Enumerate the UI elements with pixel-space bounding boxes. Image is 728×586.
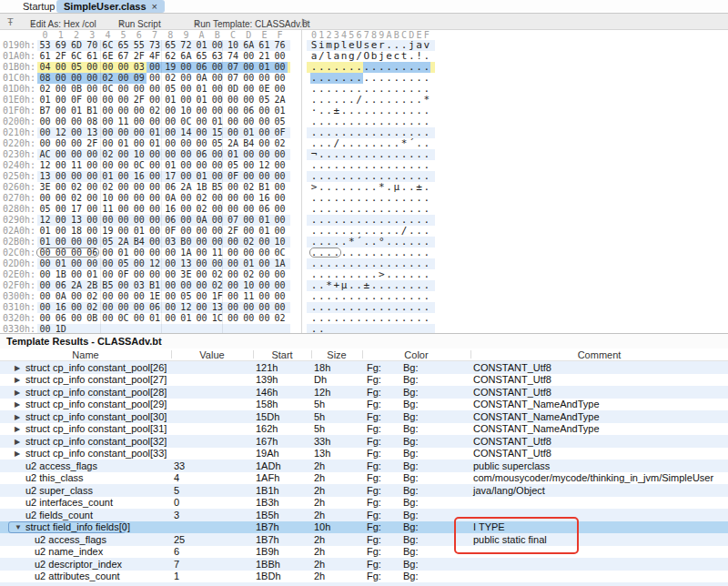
hex-byte[interactable]: 00 <box>225 193 240 204</box>
hex-byte[interactable]: 00 <box>53 182 68 193</box>
hex-byte[interactable]: 00 <box>178 280 194 291</box>
hex-byte[interactable]: 00 <box>131 248 147 258</box>
ascii-char[interactable]: . <box>393 127 400 138</box>
hex-byte[interactable]: 00 <box>241 62 257 73</box>
hex-byte[interactable]: 00 <box>194 138 209 149</box>
ascii-char[interactable]: . <box>423 149 430 160</box>
hex-byte[interactable]: 13 <box>68 215 84 226</box>
hex-byte[interactable]: 00 <box>37 313 53 324</box>
hex-byte[interactable]: 00 <box>194 237 209 248</box>
hex-byte[interactable]: 00 <box>53 171 68 182</box>
hex-byte[interactable]: 00 <box>37 138 53 149</box>
hex-byte[interactable]: 00 <box>147 193 162 204</box>
hex-byte[interactable]: 02 <box>241 269 257 280</box>
ascii-char[interactable]: . <box>340 116 348 127</box>
hex-byte[interactable]: 00 <box>241 215 257 226</box>
ascii-char[interactable]: . <box>310 215 318 226</box>
hex-row[interactable]: 01F0h:B70001B1000000020010000000060001·.… <box>0 106 728 116</box>
hex-byte[interactable]: 19 <box>163 62 178 73</box>
hex-byte[interactable]: 00 <box>37 193 53 204</box>
template-row[interactable]: ▶struct cp_info constant_pool[31]162h5hF… <box>0 423 728 436</box>
hex-byte[interactable]: 00 <box>147 84 162 95</box>
hex-byte[interactable]: 00 <box>100 95 116 106</box>
tab-simpleuser-class[interactable]: SimpleUser.class × <box>56 0 165 13</box>
ascii-char[interactable]: . <box>310 138 318 149</box>
ascii-char[interactable]: . <box>340 237 348 248</box>
hex-byte[interactable]: 00 <box>225 291 240 302</box>
ascii-char[interactable]: . <box>423 116 430 127</box>
ascii-char[interactable]: . <box>356 291 363 302</box>
hex-byte[interactable]: 00 <box>116 160 131 171</box>
ascii-char[interactable]: ± <box>416 182 423 193</box>
hex-byte[interactable]: 00 <box>194 302 209 313</box>
ascii-char[interactable]: . <box>400 62 408 73</box>
hex-byte[interactable]: 05 <box>37 204 53 215</box>
ascii-char[interactable]: / <box>333 138 340 149</box>
ascii-char[interactable]: . <box>318 127 325 138</box>
ascii-char[interactable]: . <box>356 280 363 291</box>
ascii-char[interactable]: . <box>386 248 393 258</box>
ascii-char[interactable]: . <box>370 84 378 95</box>
hex-byte[interactable]: 01 <box>131 226 147 237</box>
hex-byte[interactable]: 00 <box>100 62 116 73</box>
ascii-char[interactable]: . <box>400 313 408 324</box>
hex-byte[interactable]: 00 <box>257 291 272 302</box>
hex-byte[interactable]: 05 <box>225 160 240 171</box>
hex-byte[interactable]: 00 <box>68 291 84 302</box>
ascii-char[interactable]: . <box>363 258 370 269</box>
hex-byte[interactable]: 00 <box>257 302 272 313</box>
template-row[interactable]: u2 access_flags251B7h2hFg:Bg:public stat… <box>0 533 728 546</box>
hex-byte[interactable]: 16 <box>163 204 178 215</box>
hex-byte[interactable]: 00 <box>178 138 194 149</box>
ascii-char[interactable]: . <box>400 193 408 204</box>
ascii-char[interactable]: U <box>356 40 363 51</box>
hex-byte[interactable]: 00 <box>53 215 68 226</box>
ascii-char[interactable]: . <box>326 204 333 215</box>
ascii-char[interactable]: > <box>378 269 385 280</box>
ascii-char[interactable]: . <box>408 127 415 138</box>
ascii-char[interactable]: . <box>423 106 430 116</box>
expand-arrow-icon[interactable]: ▶ <box>15 425 20 433</box>
ascii-char[interactable]: . <box>310 95 318 106</box>
ascii-char[interactable]: . <box>326 160 333 171</box>
hex-byte[interactable]: 00 <box>53 149 68 160</box>
hex-byte[interactable]: 00 <box>85 160 100 171</box>
panel-pin-icon[interactable]: Ŧ <box>7 16 14 27</box>
ascii-char[interactable]: . <box>393 258 400 269</box>
hex-row[interactable]: 01D0h:02000B000C000000050001000D000E00..… <box>0 84 728 95</box>
hex-byte[interactable]: 74 <box>225 51 240 62</box>
hex-byte[interactable]: 61 <box>37 51 53 62</box>
ascii-char[interactable]: . <box>348 160 355 171</box>
ascii-char[interactable]: . <box>370 106 378 116</box>
ascii-char[interactable]: . <box>363 226 370 237</box>
ascii-char[interactable]: . <box>408 291 415 302</box>
ascii-char[interactable]: ´ <box>408 138 415 149</box>
hex-byte[interactable]: 05 <box>163 84 178 95</box>
ascii-char[interactable]: . <box>356 171 363 182</box>
hex-byte[interactable]: 00 <box>225 106 240 116</box>
ascii-char[interactable]: . <box>348 149 355 160</box>
hex-byte[interactable]: 01 <box>37 226 53 237</box>
ascii-char[interactable]: . <box>400 215 408 226</box>
hex-byte[interactable]: 06 <box>194 149 209 160</box>
hex-byte[interactable]: 0F <box>163 226 178 237</box>
ascii-char[interactable]: . <box>348 258 355 269</box>
hex-row[interactable]: 0270h:00000200100000000A00020000001600..… <box>0 193 728 204</box>
ascii-char[interactable]: . <box>356 248 363 258</box>
hex-byte[interactable]: 16 <box>131 171 147 182</box>
ascii-char[interactable]: . <box>378 73 385 84</box>
ascii-char[interactable]: . <box>416 116 423 127</box>
hex-byte[interactable]: 6A <box>241 40 257 51</box>
hex-byte[interactable]: 00 <box>147 95 162 106</box>
ascii-char[interactable]: * <box>378 182 385 193</box>
ascii-char[interactable]: . <box>340 204 348 215</box>
hex-byte[interactable]: 00 <box>53 193 68 204</box>
ascii-char[interactable]: . <box>333 237 340 248</box>
ascii-char[interactable]: . <box>340 160 348 171</box>
ascii-char[interactable]: . <box>363 237 370 248</box>
ascii-char[interactable]: . <box>318 313 325 324</box>
ascii-char[interactable]: . <box>310 324 318 333</box>
hex-row[interactable]: 02C0h:0000000600010000001A00110000000C..… <box>0 248 728 258</box>
hex-row[interactable]: 01E0h:01000F0000002F00010001000000052A..… <box>0 95 728 106</box>
hex-byte[interactable]: 00 <box>68 127 84 138</box>
